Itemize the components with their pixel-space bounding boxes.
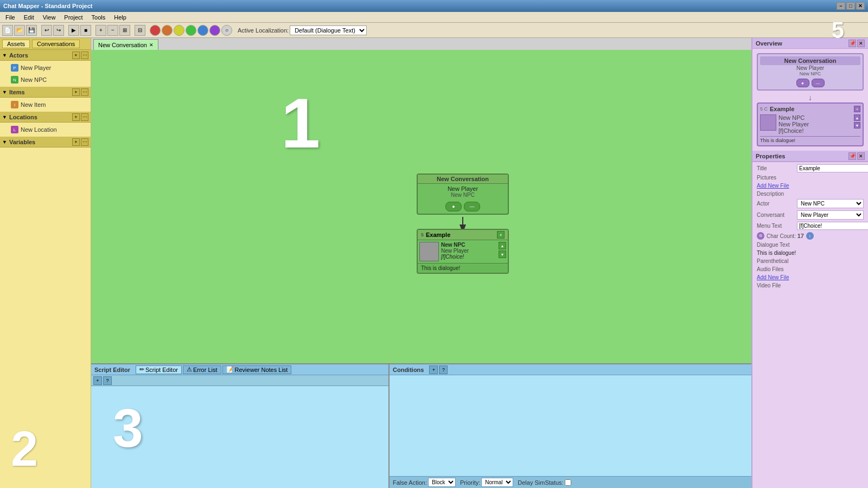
- script-content[interactable]: 3: [91, 386, 388, 488]
- locations-section-header[interactable]: ▼ Locations + ⋯: [0, 112, 91, 123]
- overview-example-card[interactable]: 5 C Example + New NPC New Player [f]Choi…: [757, 102, 864, 146]
- locations-more-btn[interactable]: ⋯: [81, 113, 88, 121]
- actor-new-player[interactable]: P New Player: [0, 62, 91, 74]
- props-close-btn[interactable]: ✕: [857, 152, 865, 160]
- grid-button[interactable]: ⊟: [135, 25, 145, 36]
- example-node[interactable]: 5 Example + New NPC New Player [f]Choice…: [417, 229, 509, 274]
- locations-add-btn[interactable]: +: [72, 113, 80, 121]
- menu-project[interactable]: Project: [61, 14, 86, 21]
- fit-button[interactable]: ⊞: [119, 25, 130, 36]
- conversations-tab[interactable]: Conversations: [32, 40, 80, 48]
- actor-select[interactable]: New NPC: [797, 199, 864, 208]
- ov-card-btn2[interactable]: —: [812, 79, 825, 87]
- color6[interactable]: [209, 25, 220, 36]
- items-add-btn[interactable]: +: [72, 88, 80, 96]
- item-icon: I: [11, 101, 18, 108]
- color3[interactable]: [174, 25, 184, 36]
- undo-button[interactable]: ↩: [41, 25, 52, 36]
- menu-help[interactable]: Help: [111, 14, 130, 21]
- new-button[interactable]: 📄: [2, 25, 13, 36]
- color1[interactable]: [150, 25, 161, 36]
- menu-tools[interactable]: Tools: [88, 14, 109, 21]
- menu-file[interactable]: File: [2, 14, 18, 21]
- overview-pin-btn[interactable]: 📌: [848, 40, 856, 47]
- actors-more-btn[interactable]: ⋯: [81, 52, 88, 59]
- item-new-item[interactable]: I New Item: [0, 99, 91, 111]
- menu-view[interactable]: View: [40, 14, 59, 21]
- center-area: New Conversation ✕ 1 New Conversatio: [91, 38, 751, 488]
- items-section-header[interactable]: ▼ Items + ⋯: [0, 87, 91, 98]
- conditions-add-btn[interactable]: +: [429, 365, 438, 374]
- bottom-statusbar: False Action: Block Priority: Normal Del…: [390, 476, 751, 488]
- ov-example-up-btn[interactable]: ▲: [854, 114, 860, 121]
- bottom-area: Script Editor ✏ Script Editor ⚠ Error Li…: [91, 363, 751, 488]
- actors-section-header[interactable]: ▼ Actors + ⋯: [0, 50, 91, 61]
- priority-select[interactable]: Normal: [481, 478, 513, 487]
- delay-checkbox[interactable]: [565, 479, 571, 486]
- script-help-btn[interactable]: ?: [103, 376, 112, 385]
- canvas-area[interactable]: 1 New Conversation New Player New N: [91, 50, 751, 363]
- ov-example-btn1[interactable]: +: [854, 106, 860, 112]
- color5[interactable]: [197, 25, 208, 36]
- stop-button[interactable]: ■: [80, 25, 91, 36]
- menu-text-input[interactable]: [797, 222, 868, 230]
- script-add-btn[interactable]: +: [93, 376, 102, 385]
- false-action-select[interactable]: Block: [428, 478, 456, 487]
- script-editor-tab[interactable]: ✏ Script Editor: [136, 365, 182, 374]
- add-audio-btn[interactable]: Add New File: [757, 274, 789, 280]
- script-number: 3: [113, 397, 143, 459]
- save-button[interactable]: 💾: [26, 25, 37, 36]
- conditions-help-btn[interactable]: ?: [439, 365, 448, 374]
- add-file-btn[interactable]: Add New File: [757, 183, 789, 189]
- properties-content: Title Pictures Add New File Description …: [752, 162, 868, 293]
- tab-close-icon[interactable]: ✕: [149, 42, 154, 48]
- location-new[interactable]: L New Location: [0, 124, 91, 136]
- localization-select[interactable]: Default (Dialogue Text): [290, 25, 367, 35]
- example-node-expand-btn[interactable]: ▲: [499, 242, 506, 249]
- open-button[interactable]: 📂: [14, 25, 25, 36]
- overview-conv-card[interactable]: New Conversation New Player New NPC ● —: [757, 53, 864, 91]
- assets-tab[interactable]: Assets: [2, 40, 30, 48]
- example-node-collapse-btn[interactable]: ▼: [499, 251, 506, 258]
- maximize-button[interactable]: □: [846, 2, 855, 10]
- menu-edit[interactable]: Edit: [21, 14, 37, 21]
- description-row: Description: [757, 191, 864, 197]
- conditions-content[interactable]: [390, 375, 751, 476]
- title-input[interactable]: [797, 164, 868, 172]
- minimize-button[interactable]: −: [837, 2, 845, 10]
- conv-node-body: New Player New NPC: [418, 184, 508, 200]
- variables-add-btn[interactable]: +: [72, 138, 80, 146]
- example-node-dialogue: This is dialogue!: [418, 263, 508, 273]
- redo-button[interactable]: ↪: [53, 25, 64, 36]
- overview-title: Overview: [756, 40, 782, 47]
- zoom-in-button[interactable]: +: [95, 25, 106, 36]
- conversation-node[interactable]: New Conversation New Player New NPC ● —: [417, 174, 509, 215]
- close-button[interactable]: ✕: [856, 2, 865, 10]
- reviewer-notes-tab[interactable]: 📝 Reviewer Notes List: [222, 365, 292, 374]
- color4[interactable]: [186, 25, 196, 36]
- char-count-info-icon[interactable]: i: [806, 232, 814, 240]
- conv-node-edit-btn[interactable]: —: [464, 202, 480, 211]
- color2[interactable]: [162, 25, 173, 36]
- items-more-btn[interactable]: ⋯: [81, 88, 88, 96]
- example-node-portrait: [419, 242, 439, 261]
- ov-card-btn1[interactable]: ●: [796, 79, 809, 87]
- variables-section-header[interactable]: ▼ Variables + ⋯: [0, 137, 91, 147]
- ov-example-down-btn[interactable]: ▼: [854, 122, 860, 129]
- conversant-select[interactable]: New Player: [797, 210, 864, 220]
- conv-node-play-btn[interactable]: ●: [445, 202, 462, 211]
- play-button[interactable]: ▶: [68, 25, 79, 36]
- props-pin-btn[interactable]: 📌: [848, 152, 856, 160]
- actors-title: Actors: [9, 52, 28, 59]
- example-node-btn1[interactable]: +: [497, 231, 505, 239]
- actors-add-btn[interactable]: +: [72, 52, 80, 59]
- conv-node-buttons: ● —: [418, 200, 508, 214]
- overview-close-btn[interactable]: ✕: [857, 40, 865, 47]
- variables-more-btn[interactable]: ⋯: [81, 138, 88, 146]
- actor-new-npc[interactable]: N New NPC: [0, 74, 91, 86]
- zoom-out-button[interactable]: −: [107, 25, 118, 36]
- circle-btn[interactable]: ○: [221, 25, 232, 36]
- error-list-tab[interactable]: ⚠ Error List: [183, 365, 221, 374]
- ov-example-info: New NPC New Player [f]Choice!: [778, 114, 852, 134]
- conversation-tab[interactable]: New Conversation ✕: [93, 39, 158, 50]
